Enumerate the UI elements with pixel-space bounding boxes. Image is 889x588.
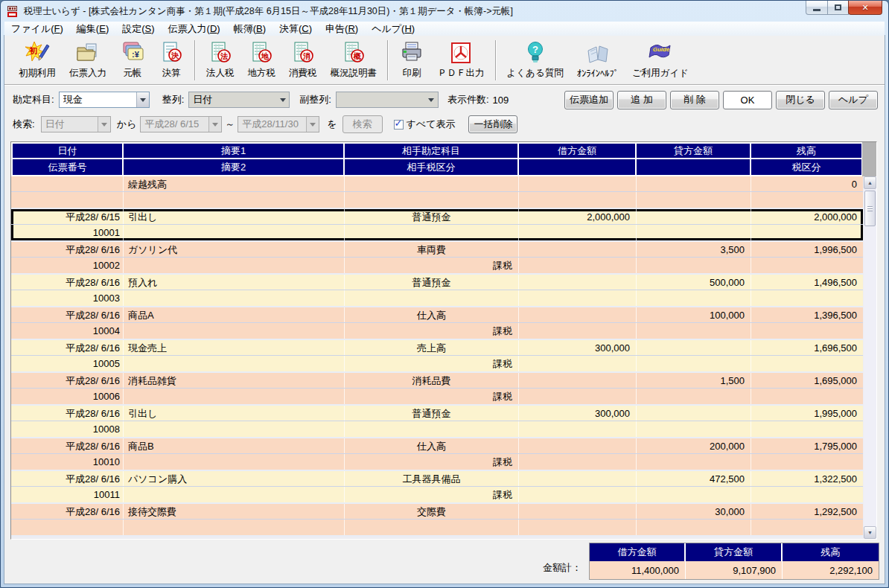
cell-debit <box>519 373 637 388</box>
ledger-icon: :¥ <box>120 40 145 65</box>
add-voucher-button[interactable]: 伝票追加 <box>564 91 614 109</box>
menu-item-ファイル[interactable]: ファイル(F) <box>4 22 70 36</box>
ledger-entry[interactable]: 平成28/ 6/15引出し普通預金2,000,0002,000,00010001 <box>11 209 863 242</box>
toolbar-button-label: 消費税 <box>289 67 317 80</box>
scrollbar-down-button[interactable]: ▼ <box>864 526 876 539</box>
cell-voucher-number <box>11 520 124 535</box>
cell-empty <box>519 192 637 208</box>
overview-report-icon: 概 <box>341 40 366 65</box>
sort-label: 整列: <box>162 93 185 106</box>
svg-text:法: 法 <box>220 52 228 60</box>
app-window: 税理士いらず - [株式会社カンタン商事・第１期(平成28年 6月15日～平成2… <box>0 0 889 588</box>
cell-voucher-number: 10004 <box>11 323 124 339</box>
toolbar-button-user-guide[interactable]: Guideご利用ガイド <box>625 38 695 83</box>
menu-item-申告[interactable]: 申告(R) <box>319 22 365 36</box>
cell-balance: 0 <box>751 176 863 191</box>
toolbar-separator <box>495 40 497 80</box>
cell-balance: 2,000,000 <box>751 209 863 224</box>
toolbar-button-print[interactable]: 印刷 <box>392 38 431 83</box>
account-select[interactable]: 現金 <box>59 92 150 108</box>
toolbar-button-consumption-tax[interactable]: 消消費税 <box>282 38 324 83</box>
entry-line-2: 10006課税 <box>11 389 863 404</box>
maximize-button[interactable] <box>827 1 849 15</box>
toolbar-button-corporate-tax[interactable]: 法法人税 <box>200 38 241 83</box>
menu-item-ヘルプ[interactable]: ヘルプ(H) <box>365 22 421 36</box>
show-all-checkbox[interactable] <box>394 120 404 130</box>
help-button[interactable]: ヘルプ <box>829 91 878 109</box>
ok-button[interactable]: OK <box>723 91 772 109</box>
sort-select[interactable]: 日付 <box>188 92 290 108</box>
show-all-label: すべて表示 <box>407 118 456 131</box>
ledger-entry[interactable]: 平成28/ 6/16預入れ普通預金500,0001,496,50010003 <box>11 275 863 307</box>
menu-item-決算[interactable]: 決算(C) <box>273 22 319 36</box>
settlement-icon: 決 <box>159 40 184 65</box>
cell-desc1: 消耗品雑貨 <box>124 373 345 388</box>
toolbar-button-local-tax[interactable]: 地地方税 <box>241 38 283 83</box>
cell-account: 消耗品費 <box>345 373 519 388</box>
search-field-select: 日付 <box>41 116 111 132</box>
toolbar-button-online-help[interactable]: ｵﾝﾗｲﾝﾍﾙﾌﾟ <box>570 38 625 83</box>
entry-line-1: 平成28/ 6/16消耗品雑貨消耗品費1,5001,695,000 <box>11 373 863 389</box>
toolbar-button-faq[interactable]: ? よくある質問 <box>500 38 570 83</box>
cell-desc2 <box>124 258 345 273</box>
header-corner <box>862 142 876 176</box>
header-row-1: 日付摘要1相手勘定科目借方金額貸方金額残高 <box>11 142 863 159</box>
filter-bar: 勘定科目: 現金 整列: 日付 副整列: 表示件数: 109 伝票追加追 加削 … <box>13 90 878 109</box>
toolbar-button-overview-report[interactable]: 概概況説明書 <box>324 38 384 83</box>
cell-debit <box>519 242 637 257</box>
add-button[interactable]: 追 加 <box>617 91 666 109</box>
close-button[interactable]: 閉じる <box>776 91 825 109</box>
cell-voucher-number: 10010 <box>11 454 124 470</box>
cell-empty <box>637 192 751 208</box>
ledger-entry[interactable]: 平成28/ 6/16パソコン購入工具器具備品472,5001,322,50010… <box>11 471 863 504</box>
entry-line-1: 平成28/ 6/16現金売上売上高300,0001,696,500 <box>11 340 863 356</box>
ledger-entry[interactable]: 平成28/ 6/16ガソリン代車両費3,5001,996,50010002課税 <box>11 242 863 275</box>
menu-item-編集[interactable]: 編集(E) <box>70 22 115 36</box>
svg-text:初: 初 <box>29 46 38 55</box>
minimize-button[interactable] <box>806 1 828 15</box>
toolbar-button-label: ｵﾝﾗｲﾝﾍﾙﾌﾟ <box>577 68 619 79</box>
toolbar-button-ledger[interactable]: :¥元帳 <box>113 38 152 83</box>
app-icon <box>7 5 20 18</box>
ledger-entry[interactable]: 繰越残高0 <box>11 176 863 209</box>
ledger-table: 日付摘要1相手勘定科目借方金額貸方金額残高伝票番号摘要2相手税区分税区分 繰越残… <box>10 141 877 540</box>
cell-voucher-number: 10001 <box>11 225 124 240</box>
toolbar-button-pdf-export[interactable]: ＰＤＦ出力 <box>431 38 491 83</box>
title-bar[interactable]: 税理士いらず - [株式会社カンタン商事・第１期(平成28年 6月15日～平成2… <box>1 1 888 22</box>
vertical-scrollbar[interactable]: ▲ ▼ <box>864 176 876 539</box>
header-cell-残高: 残高 <box>751 142 863 159</box>
ledger-entry[interactable]: 平成28/ 6/16消耗品雑貨消耗品費1,5001,695,00010006課税 <box>11 373 863 406</box>
subsort-select[interactable] <box>336 92 439 108</box>
cell-tax-division <box>751 356 863 371</box>
ledger-entry[interactable]: 平成28/ 6/16現金売上売上高300,0001,696,50010005課税 <box>11 340 863 373</box>
scrollbar-up-button[interactable]: ▲ <box>864 176 876 189</box>
toolbar-button-voucher-input[interactable]: 伝票入力 <box>63 38 113 83</box>
scrollbar-thumb[interactable] <box>864 191 876 226</box>
menu-item-帳簿[interactable]: 帳簿(B) <box>227 22 273 36</box>
cell-tax-division <box>751 290 863 306</box>
cell-tax-division <box>751 225 863 240</box>
cell-balance: 1,996,500 <box>751 242 863 257</box>
menu-bar: ファイル(F)編集(E)設定(S)伝票入力(D)帳簿(B)決算(C)申告(R)ヘ… <box>4 22 885 36</box>
ledger-entry[interactable]: 平成28/ 6/16商品A仕入高100,0001,396,50010004課税 <box>11 307 863 340</box>
search-button[interactable]: 検索 <box>342 115 383 133</box>
cell-desc1: 商品A <box>124 307 345 322</box>
toolbar-button-init[interactable]: 初 初期利用 <box>12 38 63 83</box>
bulk-delete-button[interactable]: 一括削除 <box>468 115 517 133</box>
delete-button[interactable]: 削 除 <box>670 91 719 109</box>
search-label: 検索: <box>13 118 35 131</box>
cell-account: 売上高 <box>345 340 519 355</box>
toolbar-button-label: 印刷 <box>403 67 421 80</box>
cell-account: 交際費 <box>345 504 519 519</box>
ledger-entry[interactable]: 平成28/ 6/16引出し普通預金300,0001,995,00010008 <box>11 406 863 438</box>
cell-empty <box>637 454 751 470</box>
toolbar-button-settlement[interactable]: 決決算 <box>152 38 191 83</box>
corporate-tax-icon: 法 <box>208 40 233 65</box>
menu-item-伝票入力[interactable]: 伝票入力(D) <box>162 22 227 36</box>
cell-voucher-number: 10011 <box>11 487 124 502</box>
ledger-entry[interactable]: 平成28/ 6/16接待交際費交際費30,0001,292,500 <box>11 504 863 537</box>
close-window-button[interactable]: ✕ <box>848 1 882 15</box>
consumption-tax-icon: 消 <box>290 40 316 65</box>
ledger-entry[interactable]: 平成28/ 6/16商品B仕入高200,0001,795,00010010課税 <box>11 438 863 471</box>
menu-item-設定[interactable]: 設定(S) <box>115 22 161 36</box>
